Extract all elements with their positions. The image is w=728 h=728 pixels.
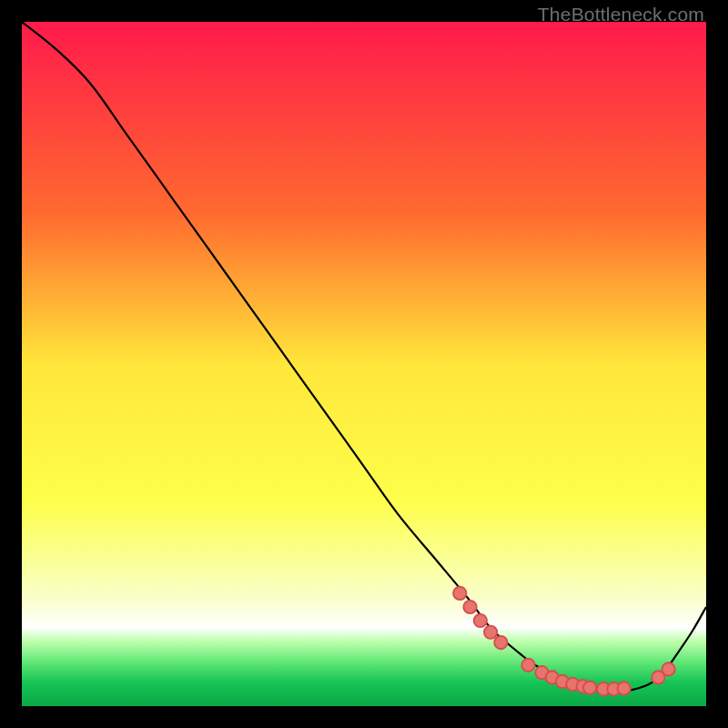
marker-dot	[453, 587, 466, 600]
marker-dot	[618, 682, 631, 694]
plot-area	[22, 22, 706, 706]
marker-dot	[484, 626, 497, 639]
marker-dot	[463, 601, 476, 613]
marker-dot	[583, 682, 596, 694]
chart-root: { "watermark": "TheBottleneck.com", "col…	[0, 0, 728, 728]
curve-markers	[453, 587, 675, 696]
marker-dot	[474, 614, 487, 627]
marker-dot	[494, 636, 507, 649]
watermark-text: TheBottleneck.com	[538, 4, 704, 25]
marker-dot	[662, 662, 674, 675]
curve-layer	[22, 22, 706, 706]
marker-dot	[521, 659, 534, 672]
bottleneck-curve	[22, 22, 706, 692]
